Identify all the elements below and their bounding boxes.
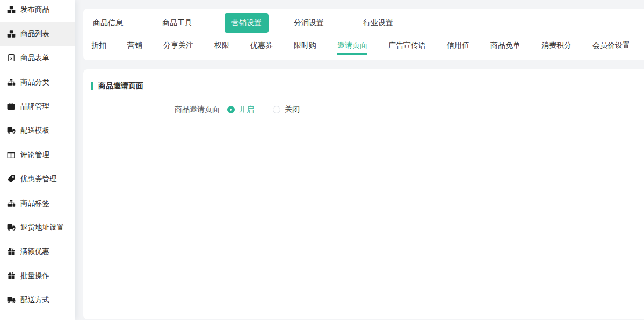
secondary-tab-goods-free[interactable]: 商品免单 [490, 37, 520, 55]
file-excel-icon [6, 54, 16, 62]
briefcase-icon [6, 103, 16, 110]
sitemap-icon [6, 79, 16, 86]
radio-circle-icon[interactable] [227, 106, 235, 113]
sidebar-item-delivery-template[interactable]: 配送模板 [0, 118, 75, 143]
secondary-tab-permission[interactable]: 权限 [214, 37, 229, 55]
cubes-icon [6, 6, 16, 13]
sidebar-item-return-address[interactable]: 退货地址设置 [0, 215, 75, 239]
radio-circle-icon[interactable] [273, 106, 280, 113]
primary-tab-goods-tools[interactable]: 商品工具 [162, 18, 192, 28]
sidebar-item-comment-management[interactable]: 评论管理 [0, 143, 75, 167]
sidebar-item-goods-category[interactable]: 商品分类 [0, 70, 75, 94]
sidebar-item-label: 商品标签 [20, 198, 49, 208]
main-area: 商品信息商品工具营销设置分润设置行业设置 折扣营销分享关注权限优惠券限时购邀请页… [83, 0, 644, 319]
primary-tab-bar: 商品信息商品工具营销设置分润设置行业设置 [83, 9, 644, 37]
sidebar-item-label: 商品分类 [20, 77, 49, 87]
truck-icon [6, 297, 16, 303]
sidebar-item-brand-management[interactable]: 品牌管理 [0, 94, 75, 118]
sidebar-item-label: 配送模板 [20, 126, 49, 136]
sidebar-nav: 发布商品商品列表商品表单商品分类品牌管理配送模板评论管理优惠券管理商品标签退货地… [0, 0, 75, 312]
sidebar-item-label: 退货地址设置 [20, 223, 64, 232]
secondary-tab-marketing[interactable]: 营销 [127, 37, 142, 55]
secondary-tab-coupon[interactable]: 优惠券 [250, 37, 273, 55]
secondary-tab-bar-wrap: 折扣营销分享关注权限优惠券限时购邀请页面广告宣传语信用值商品免单消费积分会员价设… [91, 37, 636, 55]
sidebar-item-label: 满额优惠 [20, 247, 49, 257]
gift-icon [6, 248, 16, 255]
sidebar-item-publish-goods[interactable]: 发布商品 [0, 0, 75, 22]
radio-option-1[interactable]: 关闭 [273, 105, 300, 115]
secondary-tab-share-follow[interactable]: 分享关注 [163, 37, 193, 55]
gift-icon [6, 272, 16, 280]
invite-page-radio-group: 开启关闭 [227, 105, 300, 115]
invite-page-form-row: 商品邀请页面 开启关闭 [175, 105, 644, 115]
secondary-tab-bar: 折扣营销分享关注权限优惠券限时购邀请页面广告宣传语信用值商品免单消费积分会员价设… [91, 37, 636, 55]
sidebar-item-coupon-management[interactable]: 优惠券管理 [0, 167, 75, 191]
primary-tab-goods-info[interactable]: 商品信息 [93, 18, 123, 28]
sidebar-item-goods-form[interactable]: 商品表单 [0, 46, 75, 70]
sidebar-item-delivery-method[interactable]: 配送方式 [0, 288, 75, 312]
section-accent-bar [91, 82, 93, 90]
secondary-tab-member-price[interactable]: 会员价设置 [592, 37, 630, 55]
section-title: 商品邀请页面 [98, 81, 143, 91]
radio-label: 关闭 [285, 105, 300, 115]
radio-option-0[interactable]: 开启 [227, 105, 254, 115]
sidebar-item-label: 发布商品 [20, 5, 49, 15]
truck-icon [6, 224, 16, 231]
secondary-tab-ad-slogan[interactable]: 广告宣传语 [388, 37, 426, 55]
tabs-card: 商品信息商品工具营销设置分润设置行业设置 折扣营销分享关注权限优惠券限时购邀请页… [83, 9, 644, 60]
truck-icon [6, 127, 16, 134]
tag-icon [6, 175, 16, 183]
radio-label: 开启 [239, 105, 254, 115]
cubes-icon [6, 30, 16, 38]
sidebar-item-label: 品牌管理 [20, 102, 49, 111]
primary-tab-industry-setup[interactable]: 行业设置 [363, 18, 393, 28]
secondary-tab-consume-points[interactable]: 消费积分 [541, 37, 571, 55]
sidebar-item-goods-list[interactable]: 商品列表 [0, 22, 75, 46]
invite-page-form-label: 商品邀请页面 [175, 105, 220, 115]
sidebar-item-label: 配送方式 [20, 295, 49, 305]
secondary-tab-discount[interactable]: 折扣 [91, 37, 106, 55]
sidebar-item-batch-operation[interactable]: 批量操作 [0, 264, 75, 288]
primary-tab-profit-setup[interactable]: 分润设置 [294, 18, 324, 28]
sidebar-item-label: 评论管理 [20, 150, 49, 160]
sidebar-item-label: 商品表单 [20, 53, 49, 63]
secondary-tab-invite-page[interactable]: 邀请页面 [337, 37, 367, 55]
sidebar-item-full-discount[interactable]: 满额优惠 [0, 239, 75, 264]
primary-tab-marketing-setup[interactable]: 营销设置 [225, 13, 269, 33]
sidebar: 发布商品商品列表商品表单商品分类品牌管理配送模板评论管理优惠券管理商品标签退货地… [0, 0, 75, 320]
sitemap-icon [6, 200, 16, 207]
sidebar-item-label: 优惠券管理 [20, 174, 57, 184]
sidebar-item-goods-tags[interactable]: 商品标签 [0, 191, 75, 215]
columns-icon [6, 152, 16, 158]
secondary-tab-credit-value[interactable]: 信用值 [447, 37, 469, 55]
secondary-tab-flash-sale[interactable]: 限时购 [294, 37, 316, 55]
content-card: 商品邀请页面 商品邀请页面 开启关闭 [83, 69, 644, 319]
sidebar-item-label: 批量操作 [20, 271, 49, 281]
sidebar-item-label: 商品列表 [20, 29, 49, 39]
section-header: 商品邀请页面 [91, 81, 644, 91]
